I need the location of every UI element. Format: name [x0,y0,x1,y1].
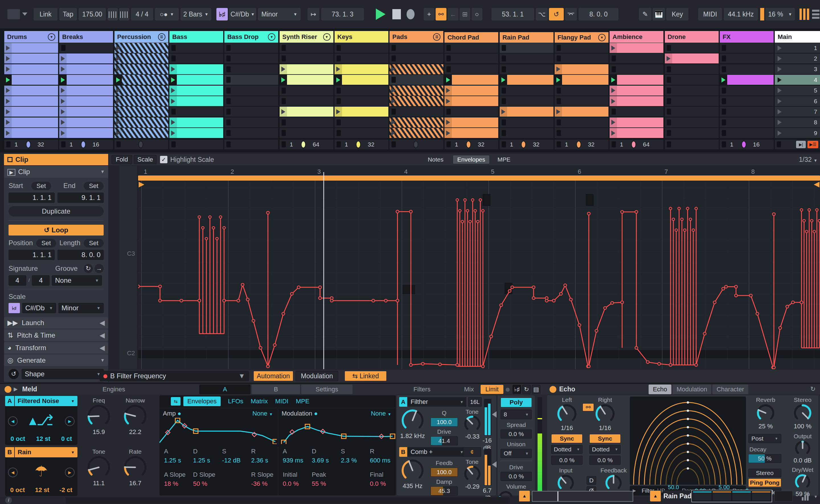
clip-stop-icon[interactable] [227,109,231,115]
meld-power-toggle[interactable] [5,386,11,393]
groove-apply-icon[interactable]: → [94,264,104,273]
clip-slot[interactable] [609,96,664,106]
poly-mode-button[interactable]: Poly [500,398,532,407]
clip-play-icon[interactable] [609,86,617,96]
scene-slot-6[interactable]: 6 [775,96,820,106]
clip-slot[interactable] [59,64,113,74]
clip-stop-all-icon[interactable] [446,141,451,147]
engine-name-menu[interactable]: Filtered Noise▼ [15,396,77,406]
clip-slot-empty[interactable] [225,107,278,117]
clip-play-icon[interactable] [59,64,67,74]
track-status-cell[interactable]: 132 [335,140,388,149]
clip-slot-empty[interactable] [280,128,333,138]
clip-stop-icon[interactable] [392,45,396,51]
clip-play-icon[interactable] [114,64,122,74]
clip-play-icon[interactable] [114,96,122,106]
stop-button[interactable] [392,9,401,19]
clip-stop-icon[interactable] [392,77,396,83]
clip-stop-icon[interactable] [502,88,506,94]
clip-play-icon[interactable] [335,64,342,74]
echo-visualizer[interactable] [630,396,746,485]
clip-play-icon[interactable] [4,96,12,106]
clip-stop-icon[interactable] [722,45,726,51]
capture-midi-button[interactable]: ⊞ [460,8,470,20]
adsr-value[interactable]: 3.69 s [312,457,329,464]
clip-slot-empty[interactable] [225,128,278,138]
engine-b-knob-1-dial[interactable] [86,455,111,480]
clip-slot[interactable] [335,107,388,117]
pan-dial-icon[interactable] [138,141,143,148]
clip-stop-icon[interactable] [446,109,451,115]
clip-slot-empty[interactable] [225,75,278,85]
engine-a-knob-2[interactable]: Narrow22.2 [119,397,151,436]
echo-power-toggle[interactable] [549,386,556,393]
scene-play-icon[interactable] [778,131,782,136]
clip-play-icon[interactable] [114,107,122,117]
drive-value[interactable]: 45.3 [430,486,458,495]
clip-slot-empty[interactable] [169,107,223,117]
clip-slot[interactable] [59,86,113,96]
clip-slot[interactable] [720,75,774,85]
clip-stop-all-icon[interactable] [392,141,396,147]
signature-numerator-field[interactable]: 4 [9,275,26,286]
engine-a-knob-2-value[interactable]: 22.2 [129,428,141,436]
meld-tab-b[interactable]: B [252,385,300,394]
pan-dial-icon[interactable] [356,141,361,148]
clip-play-icon[interactable] [4,53,12,63]
filter-b-tone-knob-value[interactable]: -0.29 [465,483,479,490]
clip-stop-icon[interactable] [557,55,561,61]
generate-section[interactable]: ◎ Generate▼ [4,355,108,366]
pan-dial-icon[interactable] [26,141,31,148]
engine-ct[interactable]: 0 ct [61,435,72,443]
track-header-pads[interactable]: Pads☰ [390,31,443,43]
scene-slot-4[interactable]: 4 [775,75,820,85]
clip-scale-root-menu[interactable]: C#/Db▼ [22,303,56,313]
clip-play-icon[interactable] [59,117,67,127]
clip-slot-empty[interactable] [609,107,664,117]
adsr-value[interactable]: 1.25 s [164,457,181,464]
nudge-down-button[interactable]: |||| [108,8,118,20]
scale-fold-button[interactable]: Scale [134,155,156,164]
clip-stop-icon[interactable] [227,66,231,72]
spread-value[interactable]: 0.0 % [500,429,532,439]
clip-slot-empty[interactable] [444,64,498,74]
overdub-button[interactable]: ⚯ [436,8,446,20]
clip-play-icon[interactable] [114,43,122,53]
clip-slot[interactable] [500,75,553,85]
engine-oct[interactable]: 0 oct [10,486,25,494]
echo-drywet-knob-dial[interactable] [794,473,811,490]
clip-play-icon[interactable] [114,53,122,63]
track-status-cell[interactable]: 132 [4,140,58,149]
clip-stop-all-icon[interactable] [227,141,231,147]
clip-play-icon[interactable] [444,117,452,127]
echo-reverb-knob-value[interactable]: 25 % [759,423,773,430]
q-value[interactable]: 100.0 [430,468,458,477]
filter-b-freq-knob[interactable]: 435 Hz [397,458,428,490]
freeze-caret-icon[interactable]: ▼ [268,33,275,41]
clip-play-icon[interactable] [4,86,12,96]
decay-value[interactable]: 50 % [748,454,781,463]
clip-slot[interactable] [444,86,498,96]
clip-stop-icon[interactable] [282,45,286,51]
clip-playing-icon[interactable] [335,75,342,85]
clip-slot-empty[interactable] [555,128,608,138]
clip-slot[interactable] [335,64,388,74]
output-meter-icon[interactable] [802,492,811,501]
pan-dial-icon[interactable] [521,141,526,148]
track-header-ambience[interactable]: Ambience [609,31,664,43]
play-button[interactable] [376,9,386,20]
clip-slot-empty[interactable] [609,64,664,74]
echo-left-time-knob[interactable]: Left1/16 [551,396,582,432]
clip-stop-all-icon[interactable] [777,141,781,147]
engine-b-knob-2-dial[interactable] [123,455,147,480]
clip-stop-icon[interactable] [557,45,561,51]
device-view-toggle[interactable]: ▲ [519,490,530,502]
clip-play-icon[interactable] [665,53,672,63]
clip-stop-all-icon[interactable] [282,141,286,147]
engine-b-knob-2[interactable]: Rate16.7 [119,448,151,487]
clip-slot[interactable] [169,128,223,138]
clip-play-icon[interactable] [114,117,122,127]
clip-slot-empty[interactable] [665,75,719,85]
pitch-time-section[interactable]: ⇅ Pitch & Time◀ [4,330,108,341]
clip-play-icon[interactable] [280,107,287,117]
